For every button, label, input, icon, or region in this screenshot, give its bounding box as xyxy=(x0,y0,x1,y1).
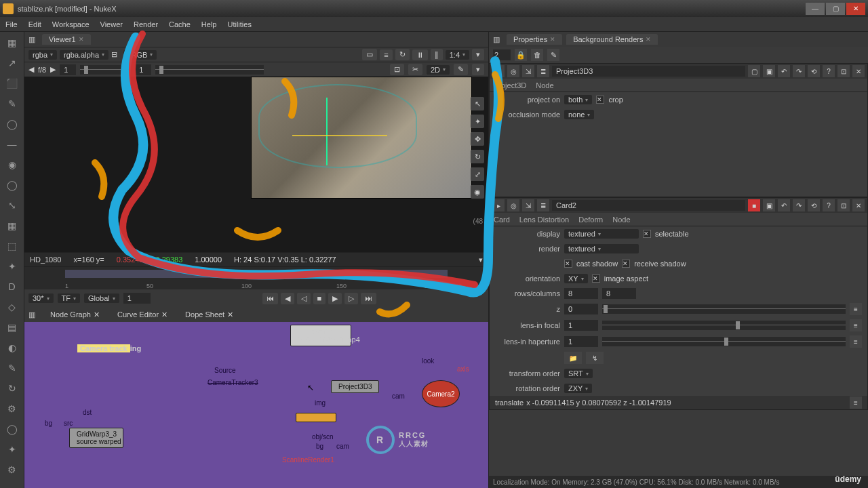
close-icon[interactable]: ✕ xyxy=(161,310,167,319)
snap-icon[interactable]: ⇲ xyxy=(522,199,534,211)
scope-select[interactable]: Global xyxy=(84,293,119,303)
tool-icon[interactable]: ✎ xyxy=(5,361,19,375)
lut-select[interactable]: sRGB xyxy=(123,50,157,60)
dd-icon[interactable]: ▾ xyxy=(479,256,483,264)
anim-icon[interactable]: ≡ xyxy=(850,396,862,409)
play-button[interactable]: ▶ xyxy=(328,293,342,304)
color-icon[interactable]: ■ xyxy=(748,199,760,211)
lock-icon[interactable]: 🔒 xyxy=(515,49,527,61)
translate-value[interactable]: x -0.09911415 y 0.08070592 z -1.00147919 xyxy=(526,399,671,407)
move-tool-icon[interactable]: ✥ xyxy=(471,132,484,146)
tool-icon[interactable]: ⬛ xyxy=(5,77,19,90)
crop-checkbox[interactable] xyxy=(596,96,604,104)
select-tool-icon[interactable]: ↖ xyxy=(471,97,484,110)
panel-title[interactable]: Card2 xyxy=(552,200,745,211)
tool-icon[interactable]: ↻ xyxy=(5,382,19,395)
tab-properties[interactable]: Properties✕ xyxy=(507,34,562,45)
revert-icon[interactable]: ⟲ xyxy=(808,65,820,77)
tab-node[interactable]: Node xyxy=(536,81,553,89)
first-frame-button[interactable]: ⏮ xyxy=(262,293,278,304)
gamma-slider[interactable] xyxy=(155,65,264,75)
tool-icon[interactable]: ⤡ xyxy=(5,199,19,212)
menu-render[interactable]: Render xyxy=(134,20,158,28)
rotate-tool-icon[interactable]: ↻ xyxy=(471,150,484,163)
info-icon[interactable]: ⊡ xyxy=(837,65,850,77)
axis-tool-icon[interactable]: ✦ xyxy=(471,115,484,128)
minimize-button[interactable]: — xyxy=(806,3,825,15)
occlusion-select[interactable]: none xyxy=(564,110,594,119)
tool-icon[interactable]: ✦ xyxy=(5,260,19,273)
timeline[interactable]: 1 50 100 150 200 200 30* TF Global 1 ⏮ ◀… xyxy=(24,266,488,307)
view-mode-select[interactable]: 2D xyxy=(427,65,450,75)
rows-input[interactable]: 8 xyxy=(564,288,598,299)
help-icon[interactable]: ? xyxy=(823,65,835,77)
gain-slider[interactable] xyxy=(80,65,121,75)
menu-icon[interactable]: ≣ xyxy=(537,65,549,77)
viewer-tab[interactable]: Viewer1✕ xyxy=(42,34,91,45)
cols-input[interactable]: 8 xyxy=(602,288,636,299)
float-icon[interactable]: ▥ xyxy=(28,35,38,44)
tf-select[interactable]: TF xyxy=(58,293,80,303)
tool-icon[interactable]: ◯ xyxy=(5,422,19,436)
menu-file[interactable]: File xyxy=(5,20,18,28)
center-icon[interactable]: ◎ xyxy=(507,199,519,211)
tool-icon[interactable]: ▦ xyxy=(5,36,19,49)
menu-icon[interactable]: ≣ xyxy=(537,199,549,211)
maximize-button[interactable]: ▢ xyxy=(826,3,845,15)
pause-button[interactable]: ⏸ xyxy=(412,49,428,60)
anim-icon[interactable]: ≡ xyxy=(850,336,862,348)
next-icon[interactable]: ▶ xyxy=(50,65,56,74)
scale-tool-icon[interactable]: ⤢ xyxy=(471,167,484,181)
undo-icon[interactable]: ↶ xyxy=(778,199,790,211)
fps-select[interactable]: 30* xyxy=(28,293,54,303)
cast-shadow-checkbox[interactable] xyxy=(564,260,572,268)
node-gridwarp[interactable]: GridWarp3_3 source warped xyxy=(69,428,123,448)
prev-frame-button[interactable]: ◀ xyxy=(281,293,294,304)
z-slider[interactable] xyxy=(602,304,846,314)
close-icon[interactable]: ✕ xyxy=(550,36,555,43)
help-icon[interactable]: ? xyxy=(823,199,835,211)
tool-icon[interactable]: ↗ xyxy=(5,56,19,70)
gamma-input[interactable]: 1 xyxy=(135,64,151,75)
undo-icon[interactable]: ↶ xyxy=(778,65,790,77)
close-icon[interactable]: ✕ xyxy=(79,36,84,43)
stop-button[interactable]: ■ xyxy=(313,293,326,304)
node-read[interactable]: Read14 0108_163529.mp4 xyxy=(290,325,351,346)
gamma-icon[interactable]: ↗ xyxy=(125,65,131,74)
float2-icon[interactable]: ▣ xyxy=(763,199,775,211)
menu-workspace[interactable]: Workspace xyxy=(52,20,90,28)
tab-node-graph[interactable]: Node Graph✕ xyxy=(45,309,105,321)
tab-node[interactable]: Node xyxy=(612,216,630,224)
close-icon[interactable]: ✕ xyxy=(646,36,651,43)
panel-title[interactable]: Project3D3 xyxy=(552,66,745,77)
recv-shadow-checkbox[interactable] xyxy=(622,260,630,268)
panel-count[interactable] xyxy=(493,49,511,60)
float-icon[interactable]: ▥ xyxy=(28,310,38,319)
tab-dope-sheet[interactable]: Dope Sheet✕ xyxy=(180,309,239,321)
folder-icon[interactable]: 📁 xyxy=(564,352,582,364)
aspect-checkbox[interactable] xyxy=(592,274,600,283)
tool-icon[interactable]: D xyxy=(5,280,19,293)
orientation-select[interactable]: XY xyxy=(564,274,588,283)
focal-input[interactable]: 1 xyxy=(564,320,598,331)
focal-slider[interactable] xyxy=(602,321,846,330)
menu-edit[interactable]: Edit xyxy=(28,20,41,28)
menu-help[interactable]: Help xyxy=(201,20,217,28)
speed-select[interactable]: 1:4 xyxy=(446,50,469,60)
tool-icon[interactable]: ▦ xyxy=(5,219,19,232)
float2-icon[interactable]: ▣ xyxy=(763,65,775,77)
node-camera[interactable]: Camera2 xyxy=(422,380,460,407)
viewer-image[interactable] xyxy=(251,77,472,199)
snap-icon[interactable]: ⇲ xyxy=(522,65,534,77)
info-icon[interactable]: ⊡ xyxy=(837,199,850,211)
tab-card[interactable]: Card xyxy=(494,216,510,224)
close-icon[interactable]: ✕ xyxy=(94,310,100,319)
dd-button[interactable]: ▾ xyxy=(472,49,484,60)
tab-deform[interactable]: Deform xyxy=(578,216,603,224)
next-frame-button[interactable]: ▷ xyxy=(344,293,358,304)
alpha-select[interactable]: rgba.alpha xyxy=(60,50,108,60)
project-on-select[interactable]: both xyxy=(564,95,592,104)
revert-icon[interactable]: ⟲ xyxy=(808,199,820,211)
tool-icon[interactable]: ⬚ xyxy=(5,239,19,253)
redo-icon[interactable]: ↷ xyxy=(793,65,805,77)
